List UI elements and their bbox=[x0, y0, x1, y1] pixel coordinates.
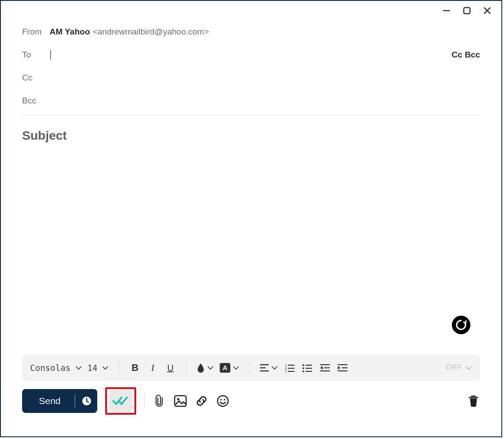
to-row: To Cc Bcc bbox=[22, 43, 480, 66]
bcc-input[interactable] bbox=[50, 95, 480, 107]
insert-emoji-button[interactable] bbox=[216, 394, 229, 408]
bold-button[interactable]: B bbox=[129, 362, 141, 374]
insert-image-button[interactable] bbox=[174, 394, 187, 408]
from-account-address: <andrewmailbird@yahoo.com> bbox=[93, 27, 209, 37]
emoji-icon bbox=[216, 394, 229, 408]
svg-text:3: 3 bbox=[285, 370, 287, 372]
chevron-down-icon bbox=[102, 364, 109, 371]
svg-point-32 bbox=[224, 399, 225, 401]
svg-point-30 bbox=[218, 396, 228, 406]
svg-point-19 bbox=[302, 370, 304, 372]
tracking-highlight bbox=[105, 387, 136, 415]
italic-button[interactable]: I bbox=[146, 362, 159, 374]
image-icon bbox=[174, 395, 187, 407]
separator bbox=[186, 362, 187, 374]
cc-bcc-toggle[interactable]: Cc Bcc bbox=[452, 50, 480, 60]
link-icon bbox=[195, 394, 208, 408]
titlebar bbox=[1, 1, 501, 20]
from-row[interactable]: From AM Yahoo <andrewmailbird@yahoo.com> bbox=[22, 20, 480, 43]
discard-button[interactable] bbox=[467, 394, 480, 408]
header-divider bbox=[22, 115, 480, 115]
outdent-button[interactable] bbox=[319, 362, 331, 374]
cc-label: Cc bbox=[22, 73, 50, 83]
font-family-selector[interactable]: Consolas bbox=[30, 363, 82, 373]
chevron-down-icon bbox=[233, 364, 240, 371]
trash-icon bbox=[468, 394, 479, 408]
svg-text:A: A bbox=[223, 364, 228, 371]
bcc-row: Bcc bbox=[22, 89, 480, 112]
cc-row: Cc bbox=[22, 66, 480, 89]
svg-point-29 bbox=[177, 398, 179, 401]
align-button[interactable] bbox=[260, 362, 278, 374]
numbered-list-button[interactable]: 1 2 3 bbox=[283, 362, 296, 374]
send-label: Send bbox=[39, 396, 61, 406]
chevron-down-icon bbox=[465, 364, 472, 371]
underline-button[interactable]: U bbox=[164, 362, 176, 374]
clock-icon bbox=[81, 396, 92, 406]
from-value: AM Yahoo <andrewmailbird@yahoo.com> bbox=[50, 27, 209, 37]
separator bbox=[118, 362, 119, 374]
message-body[interactable] bbox=[22, 147, 482, 335]
svg-point-15 bbox=[302, 364, 304, 366]
formatting-toolbar: Consolas 14 B I U A 1 2 3 bbox=[22, 355, 480, 381]
formatting-off-toggle[interactable]: OFF bbox=[446, 363, 472, 372]
subject-input[interactable] bbox=[22, 129, 480, 143]
font-family-label: Consolas bbox=[30, 363, 71, 373]
grammarly-icon[interactable] bbox=[452, 316, 470, 334]
svg-rect-28 bbox=[175, 396, 186, 406]
svg-rect-1 bbox=[464, 8, 470, 14]
compose-window: From AM Yahoo <andrewmailbird@yahoo.com>… bbox=[0, 0, 502, 437]
svg-point-17 bbox=[302, 367, 304, 369]
indent-button[interactable] bbox=[336, 362, 349, 374]
maximize-button[interactable] bbox=[462, 6, 471, 15]
from-label: From bbox=[22, 27, 50, 37]
double-check-icon bbox=[112, 395, 130, 407]
font-size-label: 14 bbox=[88, 363, 98, 373]
compose-header: From AM Yahoo <andrewmailbird@yahoo.com>… bbox=[1, 20, 501, 336]
close-button[interactable] bbox=[483, 6, 492, 15]
schedule-send-button[interactable] bbox=[76, 389, 97, 413]
highlight-color-button[interactable]: A bbox=[219, 362, 240, 374]
insert-link-button[interactable] bbox=[195, 394, 208, 408]
paperclip-icon bbox=[153, 394, 165, 408]
separator bbox=[75, 394, 75, 408]
separator bbox=[249, 362, 250, 374]
send-group: Send bbox=[22, 389, 97, 413]
text-color-button[interactable] bbox=[196, 362, 214, 374]
bcc-label: Bcc bbox=[22, 96, 50, 106]
off-label: OFF bbox=[446, 363, 462, 372]
bullet-list-button[interactable] bbox=[301, 362, 313, 374]
minimize-button[interactable] bbox=[442, 6, 451, 15]
attach-file-button[interactable] bbox=[153, 394, 166, 408]
to-label: To bbox=[22, 50, 50, 60]
chevron-down-icon bbox=[75, 364, 82, 371]
svg-point-31 bbox=[220, 399, 222, 401]
separator bbox=[144, 393, 145, 408]
email-tracking-button[interactable] bbox=[109, 390, 133, 412]
to-input[interactable] bbox=[51, 49, 452, 61]
font-size-selector[interactable]: 14 bbox=[88, 363, 109, 373]
cc-input[interactable] bbox=[50, 72, 480, 84]
send-button[interactable]: Send bbox=[22, 389, 74, 413]
from-account-name: AM Yahoo bbox=[50, 27, 90, 37]
chevron-down-icon bbox=[207, 364, 214, 371]
action-bar: Send bbox=[22, 387, 480, 415]
chevron-down-icon bbox=[271, 364, 278, 371]
